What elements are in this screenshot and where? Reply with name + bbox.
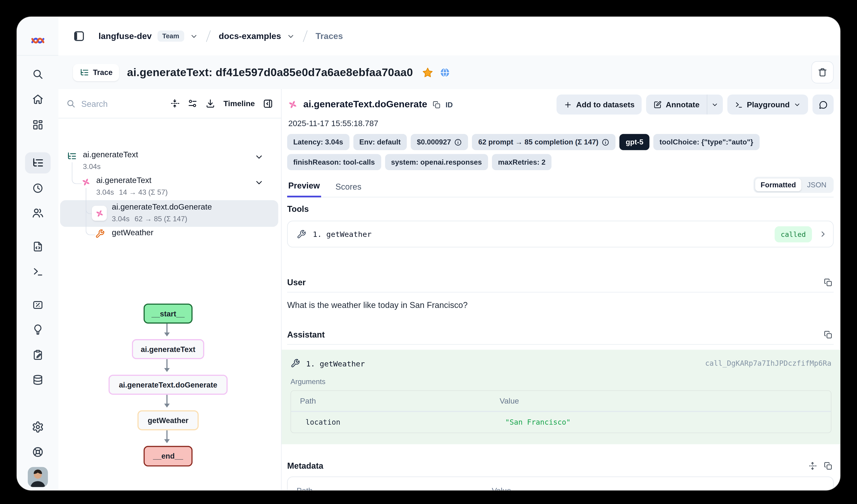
tab-scores[interactable]: Scores	[334, 182, 363, 197]
tree-connector	[72, 162, 82, 184]
chevron-down-icon	[794, 101, 801, 108]
playground-terminal-icon[interactable]	[32, 266, 44, 277]
graph-edge-arrow	[166, 324, 168, 336]
info-icon[interactable]	[454, 138, 462, 146]
tree-row-label: getWeather	[112, 228, 153, 237]
top-header: langfuse-dev Team docs-examples Traces	[58, 17, 840, 56]
copy-assistant-icon[interactable]	[824, 330, 833, 339]
chevron-right-icon[interactable]	[819, 229, 828, 239]
search-nav-icon[interactable]	[32, 68, 44, 80]
chevron-down-icon[interactable]	[254, 152, 264, 162]
team-plan-badge: Team	[157, 31, 184, 41]
graph-node-start[interactable]: __start__	[144, 303, 192, 324]
prompts-file-code-icon[interactable]	[32, 241, 44, 253]
tab-preview[interactable]: Preview	[287, 181, 321, 197]
sessions-clock-icon[interactable]	[32, 182, 44, 194]
model-badge[interactable]: gpt-5	[619, 134, 649, 150]
graph-node-dogenerate[interactable]: ai.generateText.doGenerate	[108, 375, 228, 395]
latency-badge: Latency: 3.04s	[287, 134, 349, 150]
trace-title: ai.generateText: df41e597d0a85e0d7a6ae8e…	[127, 66, 413, 79]
trace-tree-icon	[80, 68, 89, 77]
expand-metadata-icon[interactable]	[808, 461, 817, 470]
dashboards-icon[interactable]	[32, 119, 44, 131]
graph-node-end[interactable]: __end__	[144, 446, 192, 467]
langfuse-logo[interactable]	[30, 34, 45, 47]
tree-row-tokens: 14 → 43 (Σ 57)	[119, 188, 168, 196]
copy-user-icon[interactable]	[824, 278, 833, 286]
users-icon[interactable]	[31, 207, 44, 219]
breadcrumb-environment[interactable]: docs-examples	[219, 31, 281, 41]
breadcrumb: langfuse-dev Team docs-examples Traces	[99, 30, 343, 42]
graph-node-generatetext[interactable]: ai.generateText	[132, 339, 204, 359]
timeline-toggle[interactable]: Timeline	[223, 99, 255, 108]
tools-heading: Tools	[287, 204, 834, 213]
copy-metadata-icon[interactable]	[824, 461, 833, 470]
value-header: Value	[491, 391, 831, 412]
json-toggle-option[interactable]: JSON	[802, 178, 832, 191]
delete-trace-button[interactable]	[811, 61, 834, 84]
bookmark-star-icon[interactable]	[422, 67, 434, 78]
system-badge: system: openai.responses	[385, 154, 488, 170]
settings-gear-icon[interactable]	[31, 421, 44, 433]
info-icon[interactable]	[602, 138, 609, 146]
section-divider	[287, 344, 834, 345]
graph-edge-arrow	[166, 430, 168, 442]
graph-node-label: ai.generateText	[141, 345, 195, 353]
support-lifebuoy-icon[interactable]	[31, 446, 44, 458]
search-field[interactable]	[66, 98, 162, 109]
comments-button[interactable]	[812, 94, 834, 115]
evaluators-icon[interactable]	[32, 299, 44, 311]
tool-definition-row[interactable]: 1. getWeather called	[287, 221, 834, 247]
tokens-badge: 62 prompt → 85 completion (Σ 147)	[472, 134, 616, 150]
chevron-down-icon[interactable]	[190, 32, 198, 40]
terminal-icon	[735, 101, 743, 109]
tracing-icon[interactable]	[31, 157, 44, 169]
arguments-label: Arguments	[290, 378, 831, 386]
metadata-value-header: Value	[492, 486, 511, 490]
trace-type-label: Trace	[93, 68, 113, 76]
tool-call-name: 1. getWeather	[306, 359, 365, 368]
assistant-tool-call-block: 1. getWeather call_DgKARp7a7IhJPDczfifMp…	[282, 350, 840, 444]
observation-title: ai.generateText.doGenerate	[303, 99, 427, 110]
tree-row-duration: 3.04s	[83, 162, 101, 171]
playground-button[interactable]: Playground	[727, 94, 808, 115]
annotate-split-button: Annotate	[646, 94, 723, 115]
datasets-database-icon[interactable]	[32, 374, 44, 386]
collapse-observations-icon[interactable]	[170, 98, 180, 108]
panel-left-toggle-icon[interactable]	[73, 30, 85, 42]
sidebar-rail	[17, 17, 58, 490]
annotation-clipboard-pen-icon[interactable]	[32, 349, 44, 361]
add-to-datasets-button[interactable]: Add to datasets	[557, 94, 642, 115]
insights-lightbulb-icon[interactable]	[32, 324, 44, 335]
breadcrumb-divider	[206, 30, 211, 42]
public-globe-icon[interactable]	[439, 67, 451, 78]
path-header: Path	[291, 391, 491, 412]
metadata-table: Path Value	[287, 476, 834, 490]
generation-icon	[287, 99, 298, 110]
collapse-panel-icon[interactable]	[263, 98, 273, 109]
trace-type-pill: Trace	[73, 64, 119, 81]
breadcrumb-page[interactable]: Traces	[316, 31, 343, 41]
cost-badge: $0.000927	[410, 134, 468, 150]
breadcrumb-divider	[303, 30, 308, 42]
user-avatar[interactable]	[28, 467, 48, 487]
copy-id-icon[interactable]	[432, 101, 440, 109]
breadcrumb-project[interactable]: langfuse-dev	[99, 31, 152, 41]
home-icon[interactable]	[32, 93, 44, 105]
download-icon[interactable]	[206, 98, 216, 108]
annotate-button[interactable]: Annotate	[646, 94, 707, 115]
formatted-toggle-option[interactable]: Formatted	[755, 178, 802, 191]
chevron-down-icon[interactable]	[254, 178, 264, 187]
tree-row-label: ai.generateText	[96, 176, 151, 185]
annotate-dropdown-chevron[interactable]	[707, 94, 723, 115]
observation-tree: ai.generateText 3.04s ai.generateText 3.…	[58, 118, 281, 284]
display-settings-icon[interactable]	[188, 98, 198, 108]
graph-node-label: __start__	[151, 309, 185, 317]
add-to-datasets-label: Add to datasets	[576, 100, 635, 109]
trace-title-bar: Trace ai.generateText: df41e597d0a85e0d7…	[58, 55, 840, 89]
chevron-down-icon[interactable]	[287, 32, 295, 40]
search-input[interactable]	[80, 98, 132, 109]
graph-node-getweather[interactable]: getWeather	[137, 410, 199, 430]
detail-scroll-area[interactable]: Tools 1. getWeather called User What is …	[287, 204, 834, 490]
argument-path: location	[291, 412, 491, 433]
